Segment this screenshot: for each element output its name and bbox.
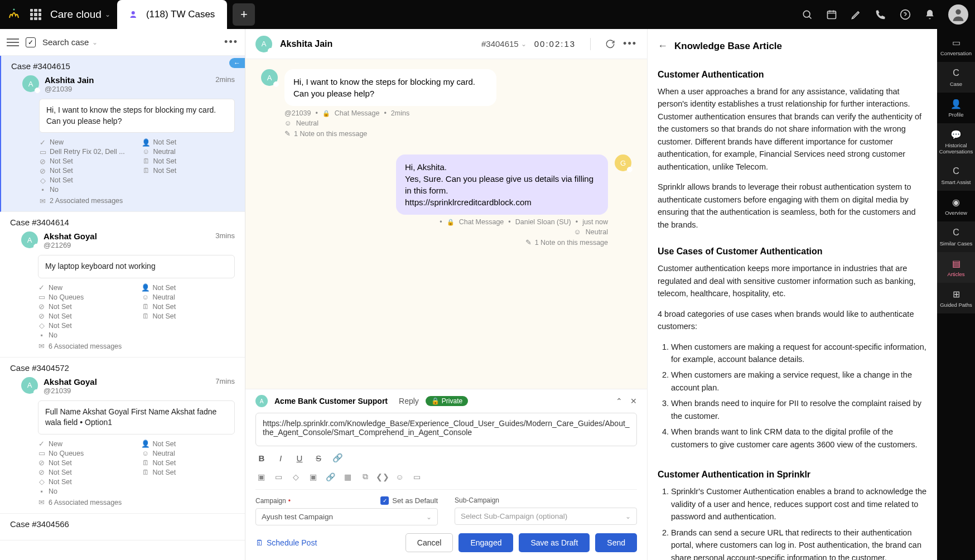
search-case-dropdown[interactable]: Search case⌄ (42, 37, 98, 47)
case-number-dropdown[interactable]: #3404615⌄ (481, 39, 527, 49)
case-handle: @21039 (45, 85, 94, 93)
engaged-button[interactable]: Engaged (458, 533, 513, 552)
collapse-icon[interactable]: ⌃ (616, 397, 622, 405)
save-draft-button[interactable]: Save as Draft (519, 533, 590, 552)
rail-item-case[interactable]: CCase (937, 62, 975, 93)
kb-panel-title: Knowledge Base Article (674, 41, 782, 52)
case-card[interactable]: Case #3404614AAkshat Goyal@212693minsMy … (0, 212, 245, 358)
case-card[interactable]: Case #3404566 (0, 514, 245, 540)
tag-icon[interactable]: ◇ (291, 472, 301, 481)
conversation-panel: A Akshita Jain #3404615⌄ 00:02:13 ••• A … (245, 29, 647, 560)
message-meta: • 🔒 Chat Message • Daniel Sloan (SU) • j… (261, 218, 608, 226)
case-id: Case #3404615 (11, 61, 235, 71)
kb-heading: Customer Authentication (658, 70, 927, 80)
case-contact-name: Akshita Jain (45, 75, 94, 85)
send-button[interactable]: Send (595, 533, 637, 552)
image-icon[interactable]: ▣ (257, 472, 266, 481)
case-meta-item (142, 487, 235, 495)
rail-label: Similar Cases (940, 240, 973, 247)
back-arrow-badge[interactable]: ← (229, 58, 245, 68)
case-meta-item: ▪No (38, 487, 131, 495)
case-associated: ✉6 Associated messages (38, 342, 235, 350)
message-note[interactable]: ✎ 1 Note on this message (284, 129, 631, 138)
reply-panel: A Acme Bank Customer Support Reply 🔒Priv… (245, 389, 647, 560)
close-icon[interactable]: ✕ (630, 397, 637, 405)
message-avatar: A (261, 69, 278, 86)
rail-label: Case (950, 81, 962, 87)
rail-item-overview[interactable]: ◉Overview (937, 191, 975, 221)
help-icon[interactable] (899, 8, 911, 21)
workspace-dropdown[interactable]: Care cloud⌄ (50, 8, 110, 21)
attachment-icon[interactable]: 🔗 (326, 472, 335, 481)
rail-item-profile[interactable]: 👤Profile (937, 93, 975, 123)
sentiment-icon: ☺ (284, 119, 292, 127)
rail-item-articles[interactable]: ▤Articles (937, 252, 975, 283)
strike-button[interactable]: S (313, 453, 324, 463)
bold-button[interactable]: B (257, 453, 267, 463)
campaign-select[interactable]: Ayush test Campaign⌄ (255, 508, 438, 525)
case-meta-item: ⊘Not Set (38, 303, 131, 311)
kb-list-item: Sprinklr's Customer Authentication enabl… (671, 485, 927, 523)
search-icon[interactable] (801, 8, 813, 21)
rail-item-conversation[interactable]: ▭Conversation (937, 31, 975, 62)
agent-avatar: G (615, 155, 631, 171)
rail-item-guided-paths[interactable]: ⊞Guided Paths (937, 283, 975, 313)
message-note[interactable]: ✎ 1 Note on this message (261, 238, 608, 247)
cancel-button[interactable]: Cancel (406, 533, 453, 552)
timer: 00:02:13 (534, 39, 576, 49)
calendar-icon: 🗓 (255, 538, 263, 547)
code-icon[interactable]: ❮❯ (378, 472, 387, 481)
active-tab[interactable]: (118) TW Cases (117, 0, 227, 29)
case-handle: @21039 (44, 387, 97, 395)
case-card[interactable]: Case #3404572AAkshat Goyal@210397minsFul… (0, 358, 245, 514)
case-preview: My laptop keyboard not working (38, 255, 235, 278)
emoji-icon[interactable]: ☺ (395, 472, 404, 481)
topbar: Care cloud⌄ (118) TW Cases + (0, 0, 975, 29)
apps-menu-icon[interactable] (30, 9, 41, 20)
private-badge[interactable]: 🔒Private (426, 396, 468, 406)
case-meta-item (142, 331, 235, 339)
more-icon[interactable]: ••• (224, 36, 238, 48)
rail-label: Smart Assist (942, 179, 971, 185)
italic-button[interactable]: I (276, 453, 286, 463)
calendar-icon[interactable] (826, 8, 838, 21)
link-button[interactable]: 🔗 (332, 453, 342, 463)
header-more-icon[interactable]: ••• (623, 38, 637, 50)
case-meta-item: ▪No (39, 186, 132, 194)
select-all-checkbox[interactable]: ✓ (26, 37, 36, 47)
subcampaign-select[interactable]: Select Sub-Campaign (optional)⌄ (455, 508, 637, 525)
reply-textarea[interactable]: https://help.sprinklr.com/Knowledge_Base… (255, 413, 637, 446)
user-avatar[interactable] (948, 4, 968, 25)
rail-item-similar-cases[interactable]: CSimilar Cases (937, 221, 975, 252)
card-icon[interactable]: ▭ (412, 472, 422, 481)
table-icon[interactable]: ▦ (343, 472, 353, 481)
case-meta-item: 🗓Not Set (143, 167, 235, 175)
message-bubble: Hi, Akshita. Yes, Sure. Can you please g… (396, 155, 608, 215)
rail-item-smart-assist[interactable]: CSmart Assist (937, 160, 975, 191)
menu-icon[interactable] (7, 38, 19, 46)
svg-point-2 (803, 11, 810, 17)
rail-icon: ▭ (950, 37, 962, 48)
link2-icon[interactable]: ⧉ (360, 472, 370, 481)
kb-paragraph: Customer authentication keeps more impor… (658, 262, 927, 300)
back-arrow-icon[interactable]: ← (658, 40, 668, 52)
contact-name: Akshita Jain (280, 39, 474, 49)
kb-list-item: When brands need to inquire for PII to r… (671, 397, 927, 422)
add-tab-button[interactable]: + (233, 3, 255, 26)
rail-item-historical-conversations[interactable]: 💬Historical Conversations (937, 123, 975, 160)
case-handle: @21269 (44, 241, 97, 249)
case-card[interactable]: Case #3404615AAkshita Jain@210392minsHi,… (0, 56, 245, 212)
kb-paragraph: Sprinklr allows brands to leverage their… (658, 181, 927, 231)
phone-icon[interactable] (875, 8, 887, 21)
rail-icon: ▤ (950, 258, 962, 269)
video-icon[interactable]: ▭ (274, 472, 283, 481)
edit-icon[interactable] (850, 8, 862, 21)
set-default-checkbox[interactable]: ✓Set as Default (380, 496, 438, 505)
asset-icon[interactable]: ▣ (308, 472, 318, 481)
bell-icon[interactable] (924, 8, 936, 21)
case-meta-item: 🗓Not Set (142, 312, 235, 320)
refresh-icon[interactable] (605, 39, 615, 49)
case-meta-item: 🗓Not Set (142, 303, 235, 311)
underline-button[interactable]: U (295, 453, 305, 463)
schedule-post-button[interactable]: 🗓Schedule Post (255, 538, 317, 547)
